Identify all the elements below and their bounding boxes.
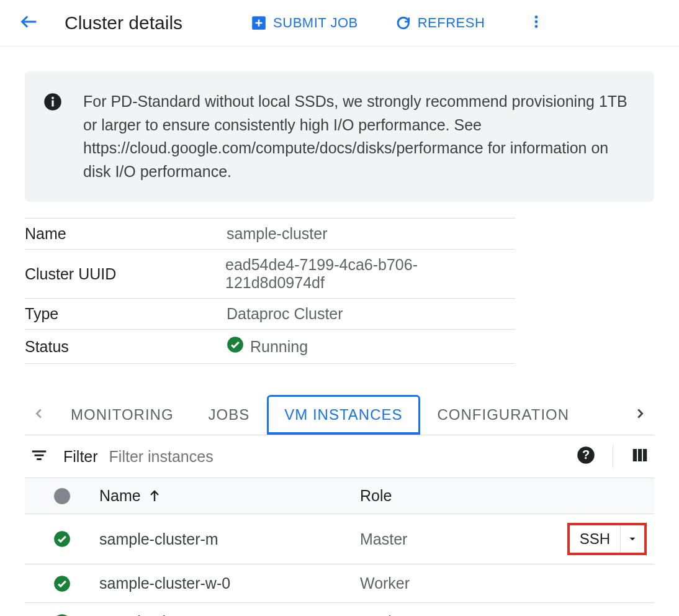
svg-point-2 bbox=[535, 20, 538, 24]
refresh-button[interactable]: REFRESH bbox=[395, 15, 485, 31]
svg-rect-14 bbox=[638, 449, 642, 461]
detail-label-name: Name bbox=[25, 225, 227, 243]
table-row: sample-cluster-mMasterSSH bbox=[25, 514, 654, 564]
svg-rect-8 bbox=[32, 451, 47, 453]
svg-rect-10 bbox=[37, 458, 42, 460]
plus-box-icon bbox=[251, 15, 267, 31]
ssh-button[interactable]: SSH bbox=[567, 523, 647, 555]
cluster-details-table: Name sample-cluster Cluster UUID ead54de… bbox=[25, 218, 515, 364]
table-header-row: Name Role bbox=[25, 478, 654, 514]
column-header-name[interactable]: Name bbox=[99, 487, 360, 505]
detail-label-status: Status bbox=[25, 338, 227, 356]
instance-name[interactable]: sample-cluster-w-1 bbox=[99, 613, 360, 616]
svg-point-3 bbox=[535, 25, 538, 28]
instance-name[interactable]: sample-cluster-m bbox=[99, 530, 360, 548]
svg-rect-5 bbox=[52, 101, 53, 107]
refresh-label: REFRESH bbox=[418, 15, 485, 31]
table-row: sample-cluster-w-1Worker bbox=[25, 603, 654, 616]
detail-label-type: Type bbox=[25, 305, 227, 323]
filter-label: Filter bbox=[63, 448, 98, 466]
column-header-role[interactable]: Role bbox=[360, 487, 549, 505]
detail-value-uuid: ead54de4-7199-4ca6-b706-121d8d0974df bbox=[225, 256, 515, 292]
tab-jobs[interactable]: JOBS bbox=[191, 395, 268, 435]
tab-scroll-right-icon[interactable] bbox=[626, 407, 654, 423]
filter-icon[interactable] bbox=[30, 446, 48, 467]
page-title: Cluster details bbox=[65, 12, 182, 34]
columns-icon[interactable] bbox=[631, 446, 649, 467]
status-header-dot bbox=[54, 488, 70, 504]
divider bbox=[613, 445, 613, 468]
tab-monitoring[interactable]: MONITORING bbox=[53, 395, 191, 435]
table-row: sample-cluster-w-0Worker bbox=[25, 564, 654, 603]
detail-value-name: sample-cluster bbox=[227, 225, 328, 243]
svg-rect-13 bbox=[633, 449, 637, 461]
column-header-name-label: Name bbox=[99, 487, 141, 505]
ssh-button-main[interactable]: SSH bbox=[570, 525, 621, 553]
submit-job-button[interactable]: SUBMIT JOB bbox=[251, 15, 358, 31]
status-running-icon bbox=[227, 336, 244, 357]
instance-name[interactable]: sample-cluster-w-0 bbox=[99, 574, 360, 592]
back-arrow-icon[interactable] bbox=[19, 11, 40, 35]
tab-scroll-left-icon[interactable] bbox=[25, 407, 53, 423]
tab-vm-instances[interactable]: VM INSTANCES bbox=[267, 395, 420, 435]
instance-role: Worker bbox=[360, 574, 549, 592]
info-banner-text: For PD-Standard without local SSDs, we s… bbox=[83, 90, 636, 183]
info-banner: For PD-Standard without local SSDs, we s… bbox=[25, 71, 654, 202]
filter-input[interactable] bbox=[109, 448, 565, 466]
svg-text:?: ? bbox=[582, 448, 590, 461]
sort-asc-icon bbox=[147, 489, 162, 504]
detail-label-uuid: Cluster UUID bbox=[25, 265, 225, 283]
refresh-icon bbox=[395, 15, 411, 31]
status-running-icon bbox=[53, 530, 71, 548]
more-vert-icon[interactable] bbox=[528, 14, 544, 32]
svg-rect-9 bbox=[35, 455, 44, 456]
detail-value-status: Running bbox=[250, 338, 308, 356]
tab-configuration[interactable]: CONFIGURATION bbox=[420, 395, 587, 435]
help-icon[interactable]: ? bbox=[577, 446, 595, 467]
submit-job-label: SUBMIT JOB bbox=[273, 15, 358, 31]
ssh-dropdown-icon[interactable] bbox=[621, 533, 644, 545]
detail-value-type: Dataproc Cluster bbox=[227, 305, 343, 323]
status-running-icon bbox=[53, 575, 71, 592]
svg-point-1 bbox=[535, 16, 538, 19]
instance-role: Master bbox=[360, 530, 549, 548]
info-icon bbox=[43, 93, 62, 111]
status-running-icon bbox=[53, 614, 71, 617]
instance-role: Worker bbox=[360, 613, 549, 616]
svg-rect-15 bbox=[643, 449, 647, 461]
svg-point-6 bbox=[52, 97, 54, 99]
